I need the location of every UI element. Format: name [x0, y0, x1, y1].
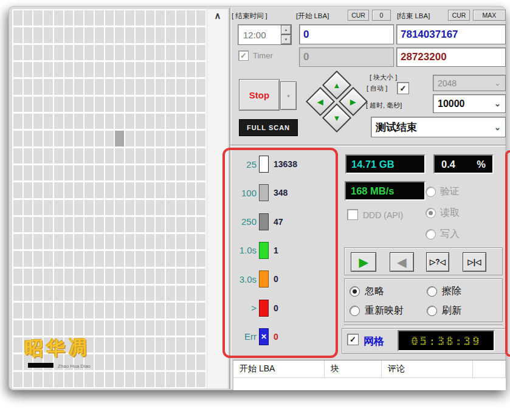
scan-block [95, 217, 104, 232]
scan-block [24, 320, 33, 336]
scan-block [166, 114, 175, 129]
scan-block [176, 114, 185, 129]
scan-block [146, 251, 155, 266]
scan-errors-button[interactable]: ▷?◁ [426, 252, 449, 272]
auto-checkbox[interactable]: ✓ [397, 82, 409, 94]
scan-block [196, 62, 205, 77]
play-button[interactable]: ▶ [351, 252, 376, 272]
action-radio-忽略[interactable] [350, 286, 360, 297]
table-header-empty[interactable] [473, 360, 506, 377]
scan-block [166, 320, 175, 336]
scan-block [196, 131, 205, 146]
full-scan-button[interactable]: FULL SCAN [239, 119, 298, 136]
legend-panel: 2513638100348250471.0s13.0s0>0Err✕0 [230, 156, 334, 345]
scan-block [74, 372, 83, 387]
mode-radio-读取[interactable] [426, 208, 436, 218]
scan-block [64, 79, 74, 94]
scan-block [54, 27, 63, 43]
start-lba-cur-button[interactable]: CUR [348, 10, 369, 21]
scan-block [125, 131, 134, 146]
legend-count: 0 [274, 303, 278, 313]
scan-block [24, 148, 33, 164]
end-lba-input[interactable]: 7814037167 [396, 24, 506, 44]
scan-block [146, 45, 155, 60]
scan-block [146, 165, 155, 181]
table-header-块[interactable]: 块 [325, 360, 382, 377]
scan-block [24, 303, 33, 318]
legend-threshold-label: 25 [230, 159, 257, 170]
scan-block [64, 165, 74, 181]
scan-block [115, 217, 124, 232]
scan-block [136, 165, 145, 181]
scan-block [196, 114, 205, 129]
scan-block [84, 234, 94, 249]
scan-block [176, 182, 185, 198]
action-radio-label: 忽略 [365, 285, 384, 298]
scan-block [44, 27, 53, 43]
scan-block [115, 45, 124, 60]
scan-block [146, 27, 155, 43]
legend-threshold-label: > [230, 303, 257, 313]
end-lba-max-button[interactable]: MAX [473, 10, 506, 21]
scroll-up-icon[interactable]: ∧ [211, 10, 224, 22]
scan-block [156, 182, 165, 198]
scan-block [95, 251, 104, 266]
scan-block [64, 148, 74, 164]
scan-block [24, 79, 33, 94]
block-size-select[interactable]: 2048 ⌄ [433, 75, 506, 91]
action-radio-刷新[interactable] [427, 306, 437, 316]
end-time-field[interactable]: 12:00 ▲ ▼ [238, 24, 292, 45]
scan-block [136, 251, 145, 266]
step-button[interactable]: ▷|◁ [463, 252, 486, 272]
action-radio-group: 忽略擦除重新映射刷新 [350, 281, 500, 320]
scan-block [24, 131, 33, 146]
time-spin-up-button[interactable]: ▲ [281, 25, 291, 35]
scan-block [13, 10, 22, 26]
grid-checkbox[interactable]: ✓ [347, 334, 359, 345]
start-lba-input[interactable]: 0 [299, 24, 394, 44]
scan-block [176, 79, 185, 94]
action-radio-重新映射[interactable] [350, 306, 360, 316]
scan-block [166, 251, 175, 266]
table-header-开始 LBA[interactable]: 开始 LBA [233, 360, 325, 377]
scan-block [13, 27, 22, 43]
scan-block [196, 148, 205, 164]
scan-block [187, 251, 196, 266]
grid-scrollbar[interactable] [207, 9, 228, 388]
scan-block [13, 148, 22, 164]
stop-button[interactable]: Stop [239, 79, 280, 111]
end-lba-cur-button[interactable]: CUR [448, 10, 470, 21]
scan-block [13, 165, 22, 181]
back-button[interactable]: ◀ [390, 252, 414, 272]
scan-block [156, 10, 165, 26]
table-header-评论[interactable]: 评论 [382, 360, 473, 377]
timer-checkbox[interactable]: ✓ [238, 50, 249, 61]
remaining-blocks-input[interactable]: 28723200 [396, 47, 506, 67]
scan-block [44, 303, 53, 318]
scan-block [13, 372, 22, 387]
scan-block [187, 148, 196, 164]
scan-block [33, 234, 43, 249]
scan-block [196, 10, 205, 26]
check-icon: ✓ [400, 84, 407, 93]
legend-color-swatch [259, 213, 269, 230]
scan-block [105, 114, 114, 129]
scan-block [95, 45, 104, 60]
legend-color-swatch [259, 270, 269, 287]
test-status-select[interactable]: 测试结束 ⌄ [371, 117, 506, 137]
start-lba-zero-button[interactable]: 0 [372, 10, 391, 21]
timeout-select[interactable]: 10000 ⌄ [433, 94, 506, 113]
action-radio-label: 重新映射 [365, 305, 404, 317]
scan-block [64, 217, 74, 232]
time-spin-down-button[interactable]: ▼ [281, 35, 291, 44]
mode-radio-验证[interactable] [426, 187, 436, 197]
scan-block [54, 320, 63, 336]
scan-block [24, 234, 33, 249]
action-radio-擦除[interactable] [427, 286, 437, 297]
scan-block [84, 62, 94, 77]
mode-radio-写入[interactable] [426, 229, 436, 239]
stop-dropdown-button[interactable]: ▾ [280, 81, 297, 110]
ddd-api-checkbox[interactable] [347, 209, 358, 220]
scan-block [84, 372, 94, 387]
scan-block [156, 148, 165, 164]
